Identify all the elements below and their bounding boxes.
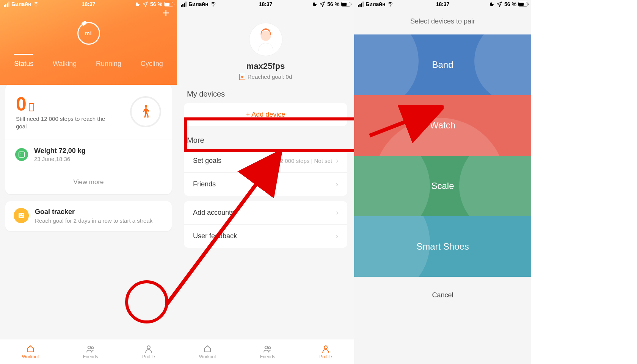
tab-bar: Workout Friends Profile xyxy=(0,339,177,364)
pair-shoes[interactable]: Smart Shoes xyxy=(354,216,531,277)
pair-list: Band Watch Scale Smart Shoes xyxy=(354,34,531,277)
tabbar-friends[interactable]: Friends xyxy=(83,344,98,359)
tabbar-profile[interactable]: Profile xyxy=(319,344,332,359)
status-bar: Билайн 18:37 56 % xyxy=(177,0,354,8)
tab-bar: Workout Friends Profile xyxy=(177,339,354,364)
goal-tracker-subtitle: Reach goal for 2 days in a row to start … xyxy=(35,217,152,225)
hero-header: Билайн 18:37 56 % + mi Status Walking Ru… xyxy=(0,0,177,85)
weight-title: Weight 72,00 kg xyxy=(34,147,86,155)
location-icon xyxy=(142,1,148,7)
wifi-icon xyxy=(33,1,39,7)
pair-scale[interactable]: Scale xyxy=(354,156,531,216)
tabbar-workout[interactable]: Workout xyxy=(199,344,216,359)
friends-icon xyxy=(86,344,95,353)
tabbar-workout[interactable]: Workout xyxy=(22,344,39,359)
battery-percent: 56 % xyxy=(504,1,516,7)
section-my-devices: My devices xyxy=(177,80,354,103)
tab-cycling[interactable]: Cycling xyxy=(141,60,163,71)
user-feedback-label: User feedback xyxy=(193,232,237,240)
tab-status[interactable]: Status xyxy=(14,60,33,71)
steps-card[interactable]: 0 Still need 12 000 steps to reach the g… xyxy=(5,84,172,194)
profile-icon xyxy=(144,344,153,353)
svg-point-14 xyxy=(260,31,271,41)
svg-point-4 xyxy=(23,153,24,153)
svg-point-1 xyxy=(145,105,147,108)
walking-icon xyxy=(141,105,150,119)
status-bar: Билайн 18:37 56 % xyxy=(0,0,177,8)
row-user-feedback[interactable]: User feedback › xyxy=(184,225,347,248)
svg-point-17 xyxy=(324,346,327,349)
set-goals-value: 12 000 steps | Not set xyxy=(277,158,332,164)
tabbar-profile-label: Profile xyxy=(142,354,155,359)
svg-rect-2 xyxy=(19,152,24,157)
weight-row[interactable]: Weight 72,00 kg 23 June,18:36 xyxy=(5,139,172,170)
battery-icon xyxy=(164,2,173,6)
tab-running[interactable]: Running xyxy=(96,60,121,71)
svg-point-3 xyxy=(20,153,21,153)
scale-icon xyxy=(15,148,28,161)
username: max25fps xyxy=(177,61,354,71)
goal-tracker-title: Goal tracker xyxy=(35,208,152,216)
pair-band-label: Band xyxy=(432,59,453,70)
step-count: 0 xyxy=(16,93,107,115)
tab-walking[interactable]: Walking xyxy=(53,60,77,71)
battery-icon xyxy=(341,2,350,6)
tabbar-workout-label: Workout xyxy=(199,354,216,359)
svg-point-0 xyxy=(36,6,36,6)
pair-watch-label: Watch xyxy=(430,120,455,131)
profile-icon xyxy=(321,344,330,353)
reached-goal-text: Reached goal: 0d xyxy=(248,73,292,80)
moon-icon xyxy=(312,2,317,7)
phone-icon xyxy=(29,103,34,111)
goal-badge-row: ★ Reached goal: 0d xyxy=(177,73,354,80)
carrier-label: Билайн xyxy=(11,1,31,7)
clock: 18:37 xyxy=(82,1,96,7)
avatar[interactable] xyxy=(249,23,282,56)
moon-icon xyxy=(135,2,140,7)
step-hint: Still need 12 000 steps to reach the goa… xyxy=(16,115,107,131)
chevron-right-icon: › xyxy=(336,232,338,240)
goal-tracker-card[interactable]: Goal tracker Reach goal for 2 days in a … xyxy=(5,201,172,231)
row-friends[interactable]: Friends › xyxy=(184,173,347,196)
pair-watch[interactable]: Watch xyxy=(354,95,531,156)
more-card-2: Add accounts › User feedback › xyxy=(184,201,347,248)
clock: 18:37 xyxy=(259,1,273,7)
chevron-right-icon: › xyxy=(336,157,338,165)
tabbar-friends[interactable]: Friends xyxy=(260,344,275,359)
wifi-icon xyxy=(387,1,393,7)
screen-workout: Билайн 18:37 56 % + mi Status Walking Ru… xyxy=(0,0,177,364)
tabbar-friends-label: Friends xyxy=(260,354,275,359)
pair-scale-label: Scale xyxy=(431,181,454,191)
svg-rect-7 xyxy=(19,213,24,218)
walking-ring xyxy=(130,96,161,127)
screen-pair-devices: Билайн 18:37 56 % Select devices to pair… xyxy=(354,0,531,364)
set-goals-label: Set goals xyxy=(193,157,221,165)
cancel-button[interactable]: Cancel xyxy=(354,277,531,314)
tabbar-profile-label: Profile xyxy=(319,354,332,359)
signal-icon xyxy=(358,2,364,7)
row-set-goals[interactable]: Set goals 12 000 steps | Not set› xyxy=(184,149,347,173)
location-icon xyxy=(496,1,502,7)
pair-band[interactable]: Band xyxy=(354,34,531,95)
view-more-button[interactable]: View more xyxy=(5,170,172,194)
annotation-box xyxy=(184,117,354,152)
svg-point-11 xyxy=(91,347,94,349)
battery-percent: 56 % xyxy=(150,1,162,7)
svg-point-6 xyxy=(23,155,24,156)
star-icon: ★ xyxy=(239,74,245,80)
wifi-icon xyxy=(210,1,216,7)
svg-point-10 xyxy=(88,346,90,348)
friends-icon xyxy=(263,344,272,353)
svg-point-18 xyxy=(390,6,391,6)
add-accounts-label: Add accounts xyxy=(193,209,234,217)
home-icon xyxy=(203,344,212,353)
tabbar-workout-label: Workout xyxy=(22,354,39,359)
weight-date: 23 June,18:36 xyxy=(34,156,86,162)
annotation-circle xyxy=(125,280,168,323)
screen-profile: Билайн 18:37 56 % max25fps ★ Reached goa… xyxy=(177,0,354,364)
chevron-right-icon: › xyxy=(336,209,338,217)
row-add-accounts[interactable]: Add accounts › xyxy=(184,201,347,225)
tabbar-profile[interactable]: Profile xyxy=(142,344,155,359)
friends-label: Friends xyxy=(193,180,216,188)
svg-point-5 xyxy=(20,155,21,156)
